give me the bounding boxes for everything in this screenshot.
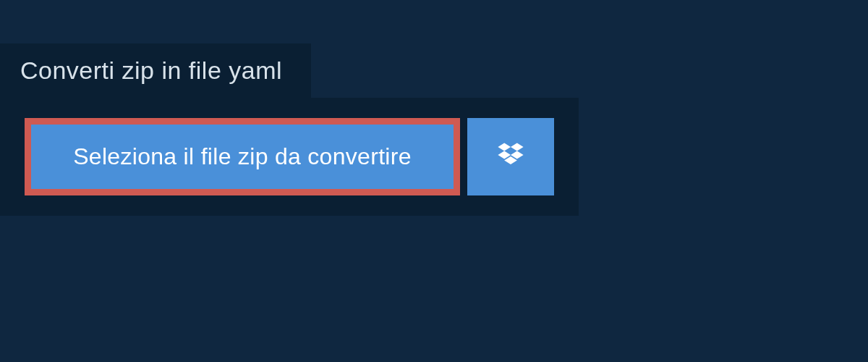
convert-panel: Seleziona il file zip da convertire (0, 98, 579, 216)
select-file-label: Seleziona il file zip da convertire (73, 143, 412, 169)
tab-convert[interactable]: Converti zip in file yaml (0, 43, 311, 98)
tab-bar: Converti zip in file yaml (0, 0, 868, 98)
dropbox-button[interactable] (467, 118, 554, 195)
button-row: Seleziona il file zip da convertire (25, 118, 554, 195)
tab-label: Converti zip in file yaml (20, 56, 282, 84)
dropbox-icon (495, 140, 527, 174)
select-file-button[interactable]: Seleziona il file zip da convertire (25, 118, 460, 195)
